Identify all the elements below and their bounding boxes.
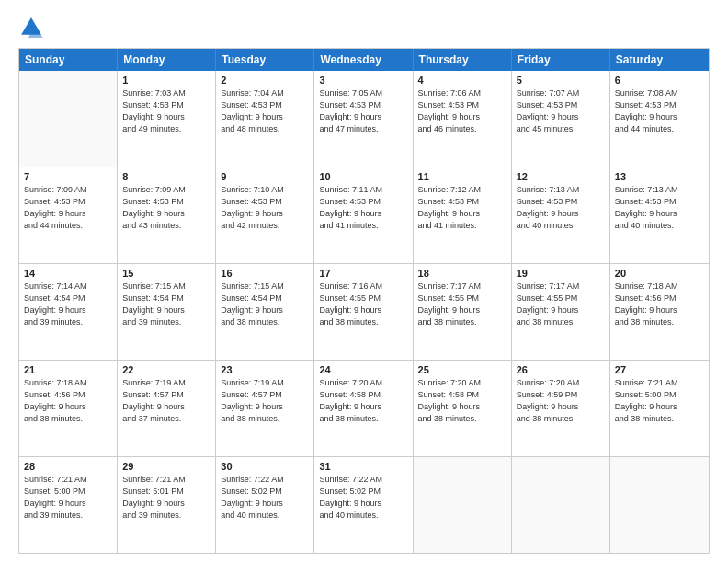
- cell-info: Sunrise: 7:05 AMSunset: 4:53 PMDaylight:…: [319, 87, 407, 135]
- calendar-cell: 10 Sunrise: 7:11 AMSunset: 4:53 PMDaylig…: [314, 167, 413, 263]
- logo: [18, 15, 48, 40]
- cell-info: Sunrise: 7:19 AMSunset: 4:57 PMDaylight:…: [122, 377, 210, 425]
- cell-info: Sunrise: 7:08 AMSunset: 4:53 PMDaylight:…: [615, 87, 704, 135]
- day-number: 13: [615, 171, 704, 182]
- cell-info: Sunrise: 7:15 AMSunset: 4:54 PMDaylight:…: [122, 281, 210, 328]
- day-number: 1: [122, 75, 210, 86]
- calendar-cell: [512, 457, 610, 553]
- calendar-cell: 3 Sunrise: 7:05 AMSunset: 4:53 PMDayligh…: [314, 71, 413, 167]
- calendar-cell: 4 Sunrise: 7:06 AMSunset: 4:53 PMDayligh…: [414, 71, 512, 167]
- day-number: 23: [221, 364, 309, 375]
- cell-info: Sunrise: 7:19 AMSunset: 4:57 PMDaylight:…: [221, 377, 309, 425]
- day-number: 9: [221, 171, 309, 182]
- day-header-friday: Friday: [512, 49, 610, 71]
- calendar-cell: [610, 457, 709, 553]
- calendar-week-2: 7 Sunrise: 7:09 AMSunset: 4:53 PMDayligh…: [19, 167, 709, 263]
- cell-info: Sunrise: 7:09 AMSunset: 4:53 PMDaylight:…: [122, 184, 210, 232]
- cell-info: Sunrise: 7:20 AMSunset: 4:59 PMDaylight:…: [517, 377, 605, 425]
- cell-info: Sunrise: 7:12 AMSunset: 4:53 PMDaylight:…: [418, 184, 506, 232]
- day-header-saturday: Saturday: [610, 49, 709, 71]
- day-number: 24: [319, 364, 407, 375]
- calendar-cell: 2 Sunrise: 7:04 AMSunset: 4:53 PMDayligh…: [216, 71, 314, 167]
- calendar-cell: 1 Sunrise: 7:03 AMSunset: 4:53 PMDayligh…: [118, 71, 216, 167]
- day-number: 31: [319, 461, 407, 472]
- calendar-cell: 11 Sunrise: 7:12 AMSunset: 4:53 PMDaylig…: [414, 167, 512, 263]
- cell-info: Sunrise: 7:16 AMSunset: 4:55 PMDaylight:…: [319, 281, 407, 328]
- day-number: 10: [319, 171, 407, 182]
- calendar: SundayMondayTuesdayWednesdayThursdayFrid…: [18, 48, 710, 554]
- calendar-cell: 6 Sunrise: 7:08 AMSunset: 4:53 PMDayligh…: [610, 71, 709, 167]
- cell-info: Sunrise: 7:22 AMSunset: 5:02 PMDaylight:…: [221, 474, 309, 522]
- cell-info: Sunrise: 7:21 AMSunset: 5:01 PMDaylight:…: [122, 474, 210, 522]
- calendar-cell: 21 Sunrise: 7:18 AMSunset: 4:56 PMDaylig…: [19, 361, 118, 456]
- calendar-cell: 25 Sunrise: 7:20 AMSunset: 4:58 PMDaylig…: [414, 361, 512, 456]
- day-header-sunday: Sunday: [19, 49, 118, 71]
- day-number: 19: [517, 268, 605, 279]
- calendar-cell: 15 Sunrise: 7:15 AMSunset: 4:54 PMDaylig…: [118, 264, 216, 360]
- day-number: 18: [418, 268, 506, 279]
- day-number: 29: [122, 461, 210, 472]
- calendar-cell: 12 Sunrise: 7:13 AMSunset: 4:53 PMDaylig…: [512, 167, 610, 263]
- day-header-monday: Monday: [118, 49, 216, 71]
- calendar-week-5: 28 Sunrise: 7:21 AMSunset: 5:00 PMDaylig…: [19, 456, 709, 553]
- day-header-tuesday: Tuesday: [216, 49, 314, 71]
- calendar-header: SundayMondayTuesdayWednesdayThursdayFrid…: [19, 49, 709, 71]
- calendar-body: 1 Sunrise: 7:03 AMSunset: 4:53 PMDayligh…: [19, 71, 709, 553]
- calendar-cell: 20 Sunrise: 7:18 AMSunset: 4:56 PMDaylig…: [610, 264, 709, 360]
- day-number: 7: [24, 171, 112, 182]
- day-number: 12: [517, 171, 605, 182]
- day-number: 28: [24, 461, 112, 472]
- cell-info: Sunrise: 7:04 AMSunset: 4:53 PMDaylight:…: [221, 87, 309, 135]
- cell-info: Sunrise: 7:13 AMSunset: 4:53 PMDaylight:…: [615, 184, 704, 232]
- cell-info: Sunrise: 7:06 AMSunset: 4:53 PMDaylight:…: [418, 87, 506, 135]
- cell-info: Sunrise: 7:14 AMSunset: 4:54 PMDaylight:…: [24, 281, 112, 328]
- calendar-cell: 17 Sunrise: 7:16 AMSunset: 4:55 PMDaylig…: [314, 264, 413, 360]
- day-number: 16: [221, 268, 309, 279]
- cell-info: Sunrise: 7:22 AMSunset: 5:02 PMDaylight:…: [319, 474, 407, 522]
- header: [18, 15, 710, 40]
- calendar-cell: [414, 457, 512, 553]
- cell-info: Sunrise: 7:18 AMSunset: 4:56 PMDaylight:…: [615, 281, 704, 328]
- cell-info: Sunrise: 7:11 AMSunset: 4:53 PMDaylight:…: [319, 184, 407, 232]
- calendar-cell: 28 Sunrise: 7:21 AMSunset: 5:00 PMDaylig…: [19, 457, 118, 553]
- cell-info: Sunrise: 7:03 AMSunset: 4:53 PMDaylight:…: [122, 87, 210, 135]
- cell-info: Sunrise: 7:17 AMSunset: 4:55 PMDaylight:…: [418, 281, 506, 328]
- cell-info: Sunrise: 7:20 AMSunset: 4:58 PMDaylight:…: [319, 377, 407, 425]
- calendar-cell: 8 Sunrise: 7:09 AMSunset: 4:53 PMDayligh…: [118, 167, 216, 263]
- day-header-thursday: Thursday: [414, 49, 512, 71]
- cell-info: Sunrise: 7:21 AMSunset: 5:00 PMDaylight:…: [24, 474, 112, 522]
- day-number: 11: [418, 171, 506, 182]
- calendar-cell: 14 Sunrise: 7:14 AMSunset: 4:54 PMDaylig…: [19, 264, 118, 360]
- day-number: 15: [122, 268, 210, 279]
- cell-info: Sunrise: 7:18 AMSunset: 4:56 PMDaylight:…: [24, 377, 112, 425]
- day-number: 6: [615, 75, 704, 86]
- calendar-cell: 24 Sunrise: 7:20 AMSunset: 4:58 PMDaylig…: [314, 361, 413, 456]
- day-number: 21: [24, 364, 112, 375]
- calendar-cell: 22 Sunrise: 7:19 AMSunset: 4:57 PMDaylig…: [118, 361, 216, 456]
- day-number: 25: [418, 364, 506, 375]
- cell-info: Sunrise: 7:07 AMSunset: 4:53 PMDaylight:…: [517, 87, 605, 135]
- cell-info: Sunrise: 7:21 AMSunset: 5:00 PMDaylight:…: [615, 377, 704, 425]
- cell-info: Sunrise: 7:20 AMSunset: 4:58 PMDaylight:…: [418, 377, 506, 425]
- day-number: 17: [319, 268, 407, 279]
- day-number: 27: [615, 364, 704, 375]
- day-number: 20: [615, 268, 704, 279]
- day-number: 26: [517, 364, 605, 375]
- day-number: 8: [122, 171, 210, 182]
- calendar-cell: 19 Sunrise: 7:17 AMSunset: 4:55 PMDaylig…: [512, 264, 610, 360]
- calendar-cell: 18 Sunrise: 7:17 AMSunset: 4:55 PMDaylig…: [414, 264, 512, 360]
- calendar-cell: 9 Sunrise: 7:10 AMSunset: 4:53 PMDayligh…: [216, 167, 314, 263]
- cell-info: Sunrise: 7:17 AMSunset: 4:55 PMDaylight:…: [517, 281, 605, 328]
- day-number: 3: [319, 75, 407, 86]
- calendar-week-3: 14 Sunrise: 7:14 AMSunset: 4:54 PMDaylig…: [19, 263, 709, 360]
- day-number: 4: [418, 75, 506, 86]
- calendar-cell: 31 Sunrise: 7:22 AMSunset: 5:02 PMDaylig…: [314, 457, 413, 553]
- calendar-cell: 13 Sunrise: 7:13 AMSunset: 4:53 PMDaylig…: [610, 167, 709, 263]
- day-number: 22: [122, 364, 210, 375]
- day-number: 14: [24, 268, 112, 279]
- day-number: 5: [517, 75, 605, 86]
- calendar-week-4: 21 Sunrise: 7:18 AMSunset: 4:56 PMDaylig…: [19, 360, 709, 456]
- calendar-week-1: 1 Sunrise: 7:03 AMSunset: 4:53 PMDayligh…: [19, 71, 709, 167]
- calendar-cell: 29 Sunrise: 7:21 AMSunset: 5:01 PMDaylig…: [118, 457, 216, 553]
- day-header-wednesday: Wednesday: [314, 49, 413, 71]
